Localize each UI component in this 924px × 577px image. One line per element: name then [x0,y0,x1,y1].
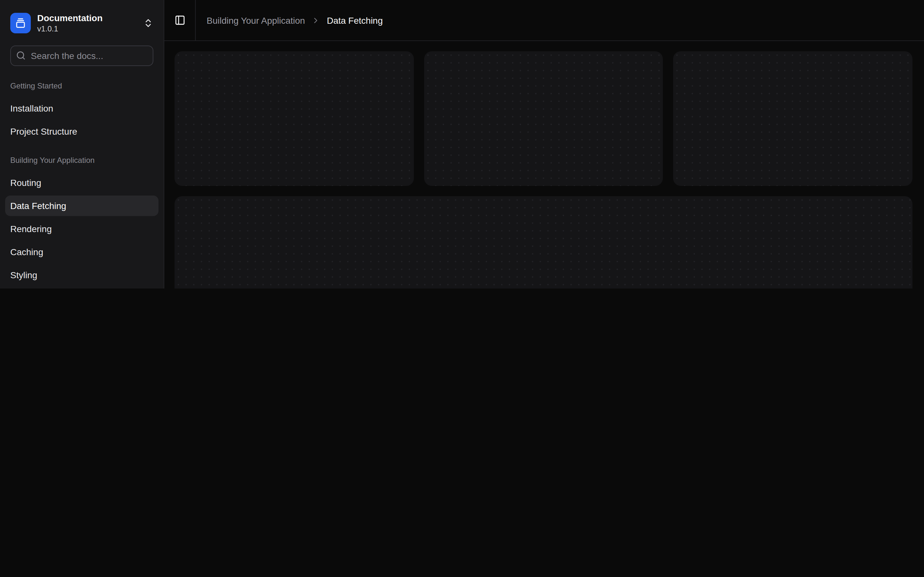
app-title: Documentation [37,13,103,24]
app-version: v1.0.1 [37,24,103,34]
sidebar-item-rendering[interactable]: Rendering [5,218,158,239]
sidebar-item-installation[interactable]: Installation [5,98,158,118]
sidebar-item-project-structure[interactable]: Project Structure [5,121,158,141]
sidebar-nav: Getting Started Installation Project Str… [0,68,164,288]
page-content [164,41,924,288]
chevron-right-icon [312,16,320,25]
sidebar-item-caching[interactable]: Caching [5,242,158,262]
search-box [10,45,153,66]
sidebar-group-building-your-application: Building Your Application Routing Data F… [5,150,158,288]
sidebar-toggle-button[interactable] [171,11,189,29]
doc-version-switcher[interactable]: Documentation v1.0.1 [5,8,158,39]
sidebar: Documentation v1.0.1 Getting Started [0,0,164,288]
placeholder-panel [174,196,913,288]
panel-left-icon [174,15,185,26]
sidebar-header-text: Documentation v1.0.1 [37,13,103,34]
sidebar-item-routing[interactable]: Routing [5,172,158,193]
sidebar-item-styling[interactable]: Styling [5,264,158,285]
sidebar-group-label: Building Your Application [5,150,158,169]
sidebar-group-getting-started: Getting Started Installation Project Str… [5,76,158,141]
app-root: Documentation v1.0.1 Getting Started [0,0,924,288]
menu-list: Routing Data Fetching Rendering Caching … [5,172,158,288]
main-header: Building Your Application Data Fetching [164,0,924,41]
sidebar-item-optimizing[interactable]: Optimizing [5,287,158,288]
breadcrumb: Building Your Application Data Fetching [196,0,383,40]
chevrons-up-down-icon [143,18,153,29]
menu-list: Installation Project Structure [5,98,158,141]
breadcrumb-current: Data Fetching [327,15,383,25]
sidebar-item-data-fetching[interactable]: Data Fetching [5,195,158,216]
placeholder-cards-row [174,51,913,185]
main-area: Building Your Application Data Fetching [164,0,924,288]
placeholder-card [424,51,663,185]
sidebar-group-label: Getting Started [5,76,158,95]
placeholder-card [674,51,913,185]
search-input[interactable] [10,45,153,66]
breadcrumb-parent[interactable]: Building Your Application [207,15,305,25]
sidebar-toggle-cell [164,0,196,40]
gallery-vertical-end-icon [10,13,31,34]
placeholder-card [174,51,414,185]
